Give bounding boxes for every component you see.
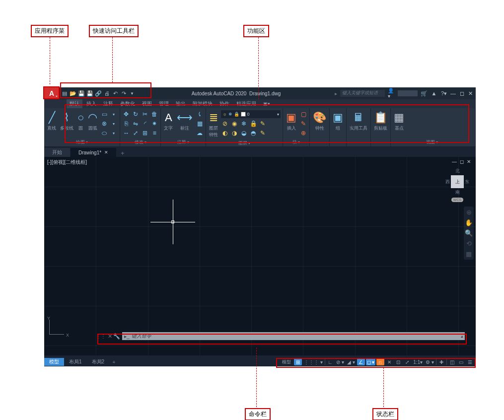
status-scale[interactable]: 1:1 ▾: [412, 358, 424, 365]
rect-icon[interactable]: ▭: [100, 110, 108, 118]
saveas-icon[interactable]: 💾: [86, 90, 93, 97]
layer-icon[interactable]: ◐: [221, 129, 229, 137]
tab-view[interactable]: 视图: [139, 99, 155, 108]
explode-icon[interactable]: ✷: [150, 120, 158, 128]
layout-2[interactable]: 布局2: [87, 358, 110, 366]
array-icon[interactable]: ⊞: [141, 129, 149, 137]
utilities-tool[interactable]: 🖩实用工具: [349, 110, 368, 133]
layerlock-icon[interactable]: 🔒: [249, 120, 257, 128]
dropdown-icon[interactable]: ▾: [110, 120, 118, 128]
signin-icon[interactable]: 👤▾: [388, 90, 395, 97]
tab-annotate[interactable]: 注释: [100, 99, 116, 108]
status-ws-icon[interactable]: ◫: [448, 358, 456, 365]
layer-icon[interactable]: ◓: [249, 129, 257, 137]
pan-icon[interactable]: ✋: [465, 219, 473, 226]
search-input[interactable]: 键入关键字或短语: [340, 90, 385, 97]
status-model[interactable]: 模型: [280, 358, 293, 365]
status-lwt-icon[interactable]: ⏍: [376, 358, 384, 365]
tab-output[interactable]: 输出: [173, 99, 189, 108]
qat-dropdown-icon[interactable]: ▼: [129, 90, 136, 97]
attr-icon[interactable]: ⊕: [299, 129, 307, 137]
add-layout-button[interactable]: +: [109, 359, 118, 365]
exchange-icon[interactable]: 🛒: [421, 90, 428, 97]
status-osnap-icon[interactable]: ◻ ▾: [366, 358, 376, 365]
close-tab-icon[interactable]: ✕: [104, 150, 108, 155]
layout-model[interactable]: 模型: [44, 358, 64, 366]
ellipse-icon[interactable]: ⬭: [100, 129, 108, 137]
web-icon[interactable]: 🔗: [95, 90, 102, 97]
minimize-button[interactable]: —: [450, 90, 456, 97]
layerfreeze-icon[interactable]: ❄: [240, 120, 248, 128]
status-custom-icon[interactable]: ☰: [466, 358, 474, 365]
status-grid-icon[interactable]: ⊞: [294, 358, 302, 365]
offset-icon[interactable]: ≡: [150, 129, 158, 137]
tab-default[interactable]: 默认: [67, 99, 82, 108]
line-tool[interactable]: ╱直线: [46, 110, 57, 133]
cmd-wrench-icon[interactable]: 🔧: [113, 333, 120, 340]
layer-icon[interactable]: ◑: [230, 129, 238, 137]
move-icon[interactable]: ✥: [122, 110, 130, 118]
plot-icon[interactable]: 🖨: [103, 90, 110, 97]
insert-tool[interactable]: ▣插入: [285, 110, 297, 133]
tab-parametric[interactable]: 参数化: [117, 99, 138, 108]
text-tool[interactable]: A文字: [163, 110, 174, 133]
status-polar-icon[interactable]: ⊘ ▾: [335, 358, 345, 365]
status-transparency-icon[interactable]: ✕: [385, 358, 393, 365]
viewcube-face[interactable]: 上: [451, 175, 464, 188]
clipboard-tool[interactable]: 📋剪贴板: [373, 110, 388, 133]
layeroff-icon[interactable]: ⊘: [221, 120, 229, 128]
erase-icon[interactable]: 🗑: [150, 110, 158, 118]
layout-1[interactable]: 布局1: [64, 358, 87, 366]
rotate-icon[interactable]: ↻: [132, 110, 140, 118]
help-icon[interactable]: ?▾: [440, 90, 447, 97]
ucs-icon[interactable]: YX: [47, 318, 67, 338]
cmd-history-icon[interactable]: ▴: [461, 334, 463, 339]
status-annoscale-icon[interactable]: ⤢: [403, 358, 411, 365]
basepoint-tool[interactable]: ▦基点: [393, 110, 405, 133]
status-qp-icon[interactable]: ✚: [437, 358, 445, 365]
polyline-tool[interactable]: ⌇多段线: [59, 110, 74, 133]
dropdown-icon[interactable]: ▾: [110, 129, 118, 137]
trim-icon[interactable]: ✂: [141, 110, 149, 118]
cmd-grip-icon[interactable]: ⋮⋮: [96, 334, 106, 339]
arc-tool[interactable]: ◠圆弧: [87, 110, 98, 133]
cmd-close-icon[interactable]: ✕: [108, 333, 112, 340]
layermatch-icon[interactable]: ✎: [259, 120, 267, 128]
app-menu-button[interactable]: A: [44, 87, 59, 99]
scale-icon[interactable]: ⤢: [132, 129, 140, 137]
maximize-button[interactable]: ◻: [460, 90, 464, 97]
layer-props-tool[interactable]: ≣图层 特性: [208, 110, 219, 139]
properties-tool[interactable]: 🎨特性: [312, 110, 327, 133]
tab-addins[interactable]: 附加模块: [190, 99, 216, 108]
layer-icon[interactable]: ◒: [240, 129, 248, 137]
tab-insert[interactable]: 插入: [83, 99, 99, 108]
redo-icon[interactable]: ↷: [120, 90, 127, 97]
command-input[interactable]: ▸_ 键入命令 ▴: [122, 332, 465, 340]
status-isodraft-icon[interactable]: ◢ ▾: [346, 358, 356, 365]
tab-manage[interactable]: 管理: [156, 99, 172, 108]
copy-icon[interactable]: ⎘: [122, 120, 130, 128]
showmotion-icon[interactable]: ▦: [466, 250, 472, 258]
stretch-icon[interactable]: ↔: [122, 129, 130, 137]
table-icon[interactable]: ▦: [196, 120, 204, 128]
status-gear-icon[interactable]: ⚙ ▾: [425, 358, 435, 365]
status-otrack-icon[interactable]: ∠: [357, 358, 365, 365]
fullnav-icon[interactable]: ⊕: [466, 209, 472, 216]
wcs-label[interactable]: WCS: [451, 198, 463, 202]
leader-icon[interactable]: ⤹: [196, 110, 204, 118]
viewcube[interactable]: 北 西 上 东 南 WCS: [444, 168, 471, 203]
tab-collab[interactable]: 协作: [216, 99, 232, 108]
tab-start[interactable]: 开始: [44, 148, 70, 157]
undo-icon[interactable]: ↶: [112, 90, 119, 97]
status-cycling-icon[interactable]: ⊡: [394, 358, 402, 365]
tab-expand-icon[interactable]: ▣▾: [260, 100, 273, 107]
viewport-label[interactable]: [-][俯视][二维线框]: [47, 159, 87, 166]
cloud-icon[interactable]: ▲: [431, 90, 437, 97]
add-tab-button[interactable]: +: [117, 150, 128, 157]
layer-selector[interactable]: ☼❄🔒 0 ▾: [221, 110, 281, 118]
new-icon[interactable]: ▤: [61, 90, 68, 97]
vp-close-icon[interactable]: ✕: [467, 159, 471, 164]
close-button[interactable]: ✕: [468, 90, 473, 97]
dimension-tool[interactable]: ⟷标注: [176, 110, 194, 133]
vp-minimize-icon[interactable]: —: [452, 159, 457, 164]
